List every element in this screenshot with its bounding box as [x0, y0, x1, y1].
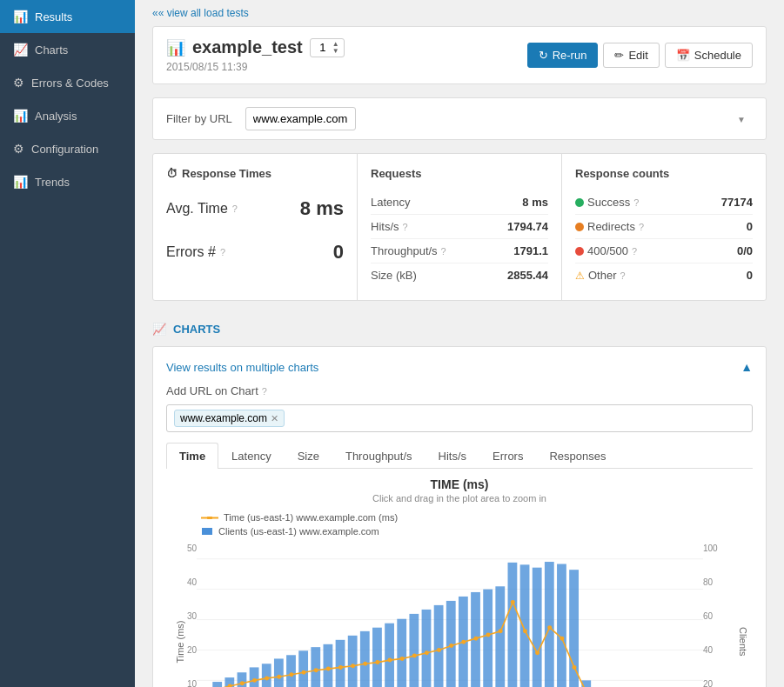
other-row: ⚠ Other ? 0	[575, 263, 753, 287]
svg-point-70	[461, 640, 466, 644]
svg-rect-32	[483, 590, 493, 687]
y-axis-label-left: Time (ms)	[171, 620, 190, 663]
url-tags-input[interactable]: www.example.com ✕	[166, 404, 753, 432]
trends-icon: 📊	[13, 175, 28, 189]
latency-value: 8 ms	[522, 196, 548, 209]
svg-point-63	[375, 660, 379, 664]
filter-select[interactable]: www.example.com	[245, 107, 356, 130]
throughput-row: Throughput/s ? 1791.1	[371, 239, 548, 263]
url-tag-text: www.example.com	[180, 412, 267, 424]
svg-rect-35	[520, 564, 530, 687]
response-counts-title: Response counts	[575, 167, 753, 180]
svg-rect-27	[422, 610, 432, 687]
svg-point-75	[523, 629, 527, 633]
y-axis-right-labels: 100 80 60 40 20 0	[703, 544, 734, 687]
run-arrows[interactable]: ▲ ▼	[332, 41, 339, 55]
sidebar-item-results[interactable]: 📊 Results	[0, 0, 135, 33]
trend-icon: 📈	[152, 323, 166, 336]
chart-title: TIME (ms)	[166, 477, 753, 491]
legend-bar-icon	[201, 527, 213, 536]
success-help[interactable]: ?	[633, 197, 639, 208]
svg-rect-38	[557, 564, 566, 687]
charts-icon: 📈	[13, 43, 28, 57]
svg-point-76	[535, 650, 539, 655]
main-content: view all load tests 📊 example_test ▲ ▼	[135, 0, 784, 687]
run-number-input[interactable]	[315, 41, 331, 54]
chart-svg[interactable]	[197, 544, 703, 687]
tab-time[interactable]: Time	[166, 443, 218, 469]
add-url-help[interactable]: ?	[262, 386, 267, 397]
errors-row: Errors # ? 0	[166, 234, 344, 270]
legend-clients-label: Clients (us-east-1) www.example.com	[218, 526, 379, 537]
sidebar-item-label: Charts	[35, 43, 68, 57]
svg-point-79	[573, 665, 577, 670]
schedule-button[interactable]: 📅 Schedule	[665, 43, 753, 68]
edit-button[interactable]: ✏ Edit	[603, 43, 659, 68]
error-row: 400/500 ? 0/0	[575, 239, 753, 263]
svg-rect-34	[508, 563, 518, 687]
svg-rect-14	[262, 664, 271, 687]
redirects-help[interactable]: ?	[639, 222, 644, 232]
error-help[interactable]: ?	[632, 246, 637, 257]
tab-size[interactable]: Size	[285, 443, 332, 469]
url-tag-remove[interactable]: ✕	[271, 413, 278, 424]
avg-time-value: 8 ms	[300, 197, 344, 220]
svg-rect-15	[274, 658, 284, 687]
hits-help[interactable]: ?	[403, 222, 408, 232]
rerun-icon: ↻	[539, 49, 548, 62]
view-all-link[interactable]: view all load tests	[152, 7, 249, 19]
chart-tabs: Time Latency Size Throughput/s Hits/s Er…	[166, 443, 753, 469]
title-row: 📊 example_test ▲ ▼	[166, 37, 345, 57]
svg-point-73	[499, 629, 503, 633]
tab-throughput[interactable]: Throughput/s	[332, 443, 426, 469]
throughput-help[interactable]: ?	[441, 246, 446, 257]
sidebar-item-trends[interactable]: 📊 Trends	[0, 165, 135, 198]
tab-errors[interactable]: Errors	[479, 443, 536, 469]
svg-point-1	[207, 517, 212, 519]
svg-point-78	[560, 637, 564, 641]
svg-rect-37	[545, 562, 554, 687]
page-header: 📊 example_test ▲ ▼ 2015/08/15 11:39 ↻ Re	[152, 26, 767, 84]
errors-help[interactable]: ?	[220, 247, 225, 257]
size-value: 2855.44	[507, 269, 548, 282]
avg-time-help[interactable]: ?	[232, 203, 238, 214]
tab-responses[interactable]: Responses	[536, 443, 619, 469]
chart-wrapper: 50 40 30 20 10 0 Time (ms)	[166, 544, 753, 687]
rerun-button[interactable]: ↻ Re-run	[527, 43, 599, 68]
error-dot	[575, 247, 584, 256]
sidebar-item-analysis[interactable]: 📊 Analysis	[0, 99, 135, 132]
multiple-charts-link[interactable]: View results on multiple charts	[166, 361, 318, 374]
tab-latency[interactable]: Latency	[218, 443, 285, 469]
sidebar-item-charts[interactable]: 📈 Charts	[0, 33, 135, 66]
svg-rect-25	[397, 619, 406, 687]
run-number-control[interactable]: ▲ ▼	[310, 38, 345, 57]
collapse-button[interactable]: ▲	[740, 360, 753, 374]
run-down-arrow[interactable]: ▼	[332, 48, 339, 55]
sidebar-item-configuration[interactable]: ⚙ Configuration	[0, 132, 135, 165]
svg-rect-19	[324, 644, 333, 687]
hits-row: Hits/s ? 1794.74	[371, 215, 548, 239]
legend-line-icon	[201, 517, 218, 519]
other-help[interactable]: ?	[620, 270, 626, 281]
chart-subtitle: Click and drag in the plot area to zoom …	[166, 493, 753, 504]
filter-label: Filter by URL	[166, 112, 232, 125]
page-title-icon: 📊	[166, 38, 185, 57]
svg-rect-20	[336, 640, 345, 687]
analysis-icon: 📊	[13, 109, 28, 123]
chart-legend: Time (us-east-1) www.example.com (ms) Cl…	[166, 512, 753, 537]
tab-hits[interactable]: Hits/s	[426, 443, 480, 469]
url-tag: www.example.com ✕	[174, 410, 285, 427]
redirects-row: Redirects ? 0	[575, 215, 753, 239]
success-label: Success ?	[575, 196, 639, 209]
sidebar-item-label: Configuration	[31, 143, 98, 156]
success-dot	[575, 198, 584, 207]
warning-icon: ⚠	[575, 270, 585, 282]
filter-row: Filter by URL www.example.com	[152, 97, 767, 140]
svg-rect-36	[533, 568, 542, 687]
svg-point-52	[240, 681, 245, 685]
page-date: 2015/08/15 11:39	[166, 61, 345, 73]
add-url-label: Add URL on Chart ?	[166, 384, 753, 397]
other-value: 0	[747, 269, 753, 282]
content-area: 📊 example_test ▲ ▼ 2015/08/15 11:39 ↻ Re	[135, 26, 784, 687]
sidebar-item-errors-codes[interactable]: ⚙ Errors & Codes	[0, 66, 135, 99]
